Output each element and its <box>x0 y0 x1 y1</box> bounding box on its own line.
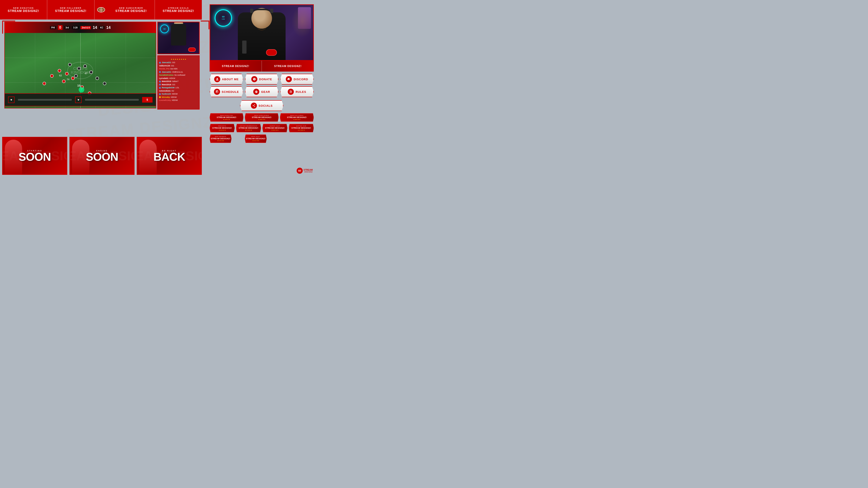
game-hud: PHI 0 3rd 3:28 2nd & 8 14 KC 14 <box>5 22 156 33</box>
discord-btn[interactable]: DISCORD <box>280 74 314 85</box>
progress-bar <box>18 99 72 101</box>
brb-screen: STREAM DESIGNZ! BE RIGHT BACK <box>137 137 202 175</box>
badge-gift-sub-label: GIFTED SUB <box>290 125 313 127</box>
starting-soon-text: STARTING SOON <box>19 150 51 162</box>
top-alert-bar: NEW DONATION STREAM DESIGNZ! NEW FOLLOWE… <box>0 0 202 20</box>
chat-msg-13: Lounwh1sky: KEKW <box>159 99 198 102</box>
hud-team1: PHI <box>50 26 56 29</box>
badge-gift-sub-value: STREAM DESIGNZ! <box>290 127 313 129</box>
hud-time1: 3:28 <box>72 26 79 29</box>
badge-donation-stars: ★ ★ ★ ★ ★ <box>211 119 242 120</box>
badge-host-stars: ★ ★ ★ ★ ★ <box>246 140 266 141</box>
alert-badges-row2: NEW BITS STREAM DESIGNZ! ★ ★ ★ ★ ★ GIFTE… <box>210 123 314 133</box>
badge-new-subscriber: NEW SUBSCRIBER STREAM DESIGNZ! ★ ★ ★ ★ ★ <box>245 113 279 122</box>
chat-stars: ★ ★ ★ ★ ★ ★ ★ ★ <box>159 58 198 60</box>
game-controller <box>266 49 277 56</box>
chat-box: ★ ★ ★ ★ ★ ★ ★ ★ Jianca221: GG Valdurm134… <box>157 55 199 109</box>
chat-msg-12: kGrouby: KEKW <box>159 96 198 99</box>
about-me-btn[interactable]: ABOUT ME <box>210 74 243 85</box>
brb-text: BE RIGHT BACK <box>153 150 185 162</box>
heart-btn[interactable]: ♥ <box>8 97 14 103</box>
donate-btn[interactable]: DONATE <box>245 74 279 85</box>
alert-follower-value: STREAM DESIGNZ! <box>55 9 87 12</box>
chat-msg-1: Jianca221: GG <box>159 61 198 64</box>
discord-icon <box>286 76 292 82</box>
socials-icon <box>251 103 257 109</box>
badge-host-label: NEW HOST <box>246 136 266 137</box>
badge-new-donation: NEW DONATION STREAM DESIGNZ! ★ ★ ★ ★ ★ <box>210 113 244 122</box>
alert-subscriber: NEW SUBSCRIBER STREAM DESIGNZ! <box>107 0 155 20</box>
neon-logo: SDLIVE <box>215 9 232 27</box>
badge-member-value: STREAM DESIGNZ! <box>211 137 230 140</box>
chat-msg-6: Lyrreda01: KEKW <box>159 77 198 80</box>
sd-subtext: DESIGNZ <box>304 171 313 173</box>
badge-superchat-stars: ★ ★ ★ ★ ★ <box>264 129 286 131</box>
channel-name-left: STREAM DESIGNZ! <box>222 65 249 68</box>
gear-btn[interactable]: GEAR <box>245 86 279 97</box>
chat-msg-4: Jianca221: OMEGALUL <box>159 71 198 74</box>
starting-soon-screen: STREAM DESIGNZ! STARTING SOON <box>2 137 67 175</box>
alert-goals-label: STREAM GOALS <box>168 7 189 9</box>
alert-donation-label: NEW DONATION <box>13 7 34 9</box>
badge-follower-value: STREAM DESIGNZ! <box>281 116 313 119</box>
badge-sub-value: STREAM DESIGNZ! <box>246 116 278 119</box>
alert-goals: STREAM GOALS STREAM DESIGNZ! <box>155 0 202 20</box>
hud-score-main: 14 <box>93 25 97 30</box>
alert-badges-row3: NEW MEMBER STREAM DESIGNZ! ★ ★ ★ ★ ★ NEW… <box>210 133 314 144</box>
rules-btn[interactable]: RULES <box>280 86 314 97</box>
dollar-btn[interactable]: $ <box>142 97 153 103</box>
badge-gift-memb-stars: ★ ★ ★ ★ ★ <box>237 129 260 131</box>
badge-gifted-sub: GIFTED SUB STREAM DESIGNZ! ★ ★ ★ ★ ★ <box>289 124 314 132</box>
alert-follower-label: NEW FOLLOWER <box>60 7 82 9</box>
badge-gift-memb-value: STREAM DESIGNZ! <box>237 127 260 129</box>
ending-soon-screen: STREAM DESIGNZ! ENDING SOON <box>69 137 134 175</box>
badge-host-value: STREAM DESIGNZ! <box>246 137 266 140</box>
gear-icon <box>253 89 259 95</box>
hud-down: 2nd & 8 <box>81 26 91 29</box>
brb-title: BACK <box>153 152 185 162</box>
badge-gift-sub-stars: ★ ★ ★ ★ ★ <box>290 129 313 131</box>
bottom-screens: STREAM DESIGNZ! STARTING SOON STREAM DES… <box>0 135 204 177</box>
hud-quarter: 3rd <box>64 26 70 29</box>
alert-football-icon <box>95 0 107 20</box>
hud-score1: 0 <box>58 25 62 30</box>
chat-icon-4 <box>159 71 161 73</box>
hud-team2: KC <box>99 26 104 29</box>
alert-donation: NEW DONATION STREAM DESIGNZ! <box>0 0 47 20</box>
chat-msg-11: husbs123: KEKW <box>159 93 198 96</box>
badge-follower-label: NEW FOLLOWER <box>281 115 313 116</box>
socials-row: SOCIALS <box>210 99 314 112</box>
socials-label: SOCIALS <box>259 104 273 107</box>
badge-new-host: NEW HOST STREAM DESIGNZ! ★ ★ ★ ★ ★ <box>245 134 267 143</box>
schedule-btn[interactable]: SCHEDULE <box>210 86 243 97</box>
badge-super-chat: SUPER CHAT STREAM DESIGNZ! ★ ★ ★ ★ ★ <box>262 124 287 132</box>
socials-btn[interactable]: SOCIALS <box>240 100 283 111</box>
channel-name-right: STREAM DESIGNZ! <box>274 65 302 68</box>
chat-icon-9 <box>159 87 161 89</box>
badge-bits-stars: ★ ★ ★ ★ ★ <box>211 129 234 131</box>
badge-member-label: NEW MEMBER <box>211 136 230 137</box>
chat-msg-5: SocialistComra: So confused <box>159 74 198 77</box>
schedule-label: SCHEDULE <box>222 90 239 94</box>
badge-sub-label: NEW SUBSCRIBER <box>246 115 278 116</box>
starting-title: SOON <box>19 152 51 162</box>
heart-btn-2[interactable]: ♥ <box>75 97 82 103</box>
chat-icon-8 <box>159 84 161 86</box>
main-stream-area: PHI 0 3rd 3:28 2nd & 8 14 KC 14 <box>4 22 199 126</box>
alert-subscriber-value: STREAM DESIGNZ! <box>116 9 147 12</box>
tm-badge: ™ <box>203 3 205 6</box>
rules-icon <box>288 89 294 95</box>
badge-member-stars: ★ ★ ★ ★ ★ <box>211 140 230 141</box>
ending-soon-text: ENDING SOON <box>86 150 118 162</box>
chat-msg-2: Valdurm134: GG <box>159 64 198 67</box>
gear-label: GEAR <box>261 90 270 94</box>
streamer-webcam: SDLIVE <box>210 5 313 60</box>
channel-bar: STREAM DESIGNZ! STREAM DESIGNZ! <box>210 61 314 72</box>
badge-new-bits: NEW BITS STREAM DESIGNZ! ★ ★ ★ ★ ★ <box>210 124 235 132</box>
alert-badges-row1: NEW DONATION STREAM DESIGNZ! ★ ★ ★ ★ ★ N… <box>210 112 314 123</box>
badge-donation-value: STREAM DESIGNZ! <box>211 116 242 119</box>
badge-bits-value: STREAM DESIGNZ! <box>211 127 234 129</box>
hud-score2: 14 <box>106 25 111 30</box>
discord-label: DISCORD <box>293 78 308 81</box>
alert-goals-value: STREAM DESIGNZ! <box>163 9 194 12</box>
